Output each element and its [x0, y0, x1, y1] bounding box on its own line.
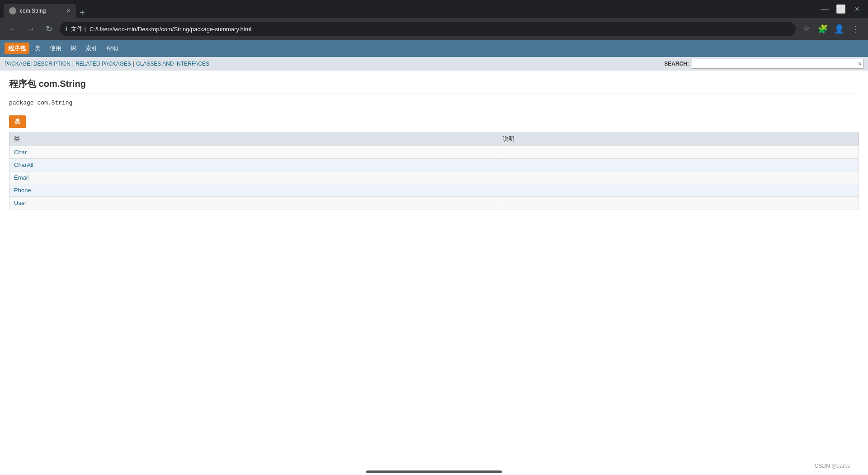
tab-favicon	[9, 7, 16, 14]
class-link[interactable]: Email	[14, 174, 29, 181]
sub-nav-related[interactable]: RELATED PACKAGES	[75, 61, 131, 67]
search-input-wrap: ×	[692, 59, 863, 69]
nav-item-use[interactable]: 使用	[46, 43, 65, 54]
class-name-cell: User	[9, 197, 498, 209]
table-row: Email	[9, 171, 859, 184]
class-name-cell: Char	[9, 146, 498, 159]
class-link[interactable]: CharAll	[14, 162, 33, 168]
account-icon[interactable]: 👤	[832, 22, 846, 36]
page-content: 程序包 com.String package com.String 类 类 说明…	[0, 71, 868, 217]
package-declaration: package com.String	[9, 100, 859, 106]
class-description-cell	[498, 171, 859, 184]
javadoc-navbar: 程序包 类 使用 树 索引 帮助	[0, 40, 868, 57]
class-name-cell: CharAll	[9, 159, 498, 171]
restore-button[interactable]: ⬜	[834, 2, 848, 16]
forward-button[interactable]: →	[24, 22, 38, 36]
minimize-button[interactable]: —	[817, 2, 832, 16]
menu-icon[interactable]: ⋮	[848, 22, 863, 36]
sub-nav-description[interactable]: PACKAGE: DESCRIPTION	[5, 61, 71, 67]
search-label: SEARCH:	[664, 61, 689, 67]
col-header-class: 类	[9, 132, 498, 146]
class-link[interactable]: Char	[14, 149, 27, 156]
browser-toolbar: ← → ↻ ℹ 文件 | C:/Users/woo-min/Desktop/co…	[0, 18, 868, 40]
table-row: Char	[9, 146, 859, 159]
address-bar[interactable]: ℹ 文件 | C:/Users/woo-min/Desktop/com/Stri…	[60, 22, 796, 36]
back-button[interactable]: ←	[5, 22, 20, 36]
class-description-cell	[498, 159, 859, 171]
class-link[interactable]: User	[14, 200, 26, 206]
nav-item-class[interactable]: 类	[31, 43, 44, 54]
table-row: User	[9, 197, 859, 209]
bookmark-icon[interactable]: ☆	[799, 22, 814, 36]
class-name-cell: Phone	[9, 184, 498, 197]
window-controls: — ⬜ ×	[817, 2, 864, 16]
class-name-cell: Email	[9, 171, 498, 184]
address-url: C:/Users/woo-min/Desktop/com/String/pack…	[90, 26, 251, 33]
address-prefix: 文件 |	[71, 25, 86, 33]
class-tab-button[interactable]: 类	[9, 115, 26, 128]
table-row: CharAll	[9, 159, 859, 171]
active-tab[interactable]: com.String ×	[4, 4, 76, 18]
close-button[interactable]: ×	[850, 2, 864, 16]
search-area: SEARCH: ×	[664, 59, 863, 69]
tab-close-button[interactable]: ×	[66, 7, 71, 14]
class-description-cell	[498, 184, 859, 197]
class-description-cell	[498, 146, 859, 159]
browser-titlebar: com.String × + — ⬜ ×	[0, 0, 868, 18]
table-row: Phone	[9, 184, 859, 197]
refresh-button[interactable]: ↻	[42, 22, 56, 36]
search-clear-button[interactable]: ×	[858, 60, 862, 67]
search-input[interactable]	[692, 59, 863, 69]
address-info-icon: ℹ	[65, 25, 67, 33]
page-heading: 程序包 com.String	[9, 78, 859, 90]
browser-tabs: com.String × +	[4, 0, 814, 18]
nav-item-help[interactable]: 帮助	[103, 43, 122, 54]
sub-nav-classes[interactable]: CLASSES AND INTERFACES	[136, 61, 209, 67]
col-header-description: 说明	[498, 132, 859, 146]
nav-item-index[interactable]: 索引	[82, 43, 101, 54]
page-divider	[9, 94, 859, 94]
nav-item-package[interactable]: 程序包	[5, 43, 29, 54]
class-link[interactable]: Phone	[14, 187, 31, 194]
toolbar-right: ☆ 🧩 👤 ⋮	[799, 22, 863, 36]
nav-item-tree[interactable]: 树	[67, 43, 80, 54]
class-table: 类 说明 CharCharAllEmailPhoneUser	[9, 132, 859, 209]
class-description-cell	[498, 197, 859, 209]
extension-icon[interactable]: 🧩	[816, 22, 830, 36]
tab-title: com.String	[20, 8, 63, 14]
table-header-row: 类 说明	[9, 132, 859, 146]
sub-navbar: PACKAGE: DESCRIPTION | RELATED PACKAGES …	[0, 57, 868, 71]
new-tab-button[interactable]: +	[76, 8, 89, 18]
